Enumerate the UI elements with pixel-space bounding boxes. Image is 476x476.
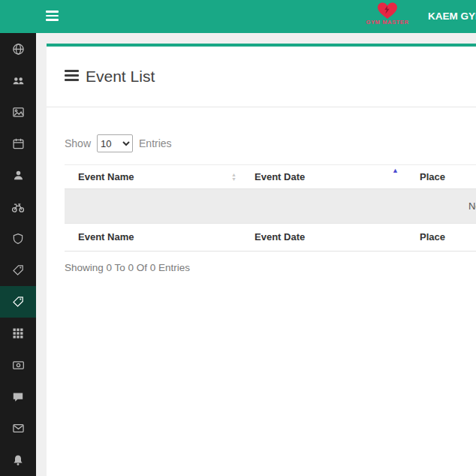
sidebar: [0, 33, 36, 476]
image-frame-icon: [12, 106, 25, 119]
sidebar-item-calendar[interactable]: [0, 128, 36, 159]
page-size-select[interactable]: 10: [97, 134, 133, 152]
heart-logo-icon: [365, 2, 410, 20]
sidebar-item-gallery[interactable]: [0, 96, 36, 128]
sidebar-toggle-button[interactable]: [46, 11, 59, 23]
globe-icon: [12, 43, 25, 56]
sidebar-item-plans[interactable]: [0, 255, 36, 286]
sort-ascending-icon: ▲: [392, 167, 399, 174]
header-divider: [47, 107, 476, 107]
entries-summary: Showing 0 To 0 Of 0 Entries: [65, 262, 476, 273]
events-table: Event Name ▲▼ Event Date ▲ Place ▲▼ No D…: [65, 164, 476, 252]
hamburger-icon: [46, 11, 59, 21]
column-header-place[interactable]: Place ▲▼: [406, 165, 476, 189]
user-icon: [12, 169, 25, 182]
sidebar-item-members[interactable]: [0, 65, 36, 96]
empty-table-row: No Data Available In Table: [65, 189, 476, 224]
sidebar-item-payments[interactable]: [0, 349, 36, 381]
empty-message: No Data Available In Table: [65, 189, 476, 224]
money-card-icon: [12, 359, 25, 372]
sidebar-item-equipment[interactable]: [0, 191, 36, 223]
footer-event-date: Event Date: [241, 224, 406, 252]
motorbike-icon: [11, 200, 25, 214]
tag-icon: [12, 296, 24, 308]
calendar-icon: [12, 137, 25, 150]
envelope-icon: [12, 422, 25, 435]
entries-label: Entries: [139, 137, 172, 149]
table-footer-row: Event Name Event Date Place: [65, 224, 476, 252]
page-title: Event List: [86, 68, 155, 86]
column-header-event-date[interactable]: Event Date ▲: [241, 165, 406, 189]
sidebar-item-profile[interactable]: [0, 160, 36, 191]
bell-icon: [12, 454, 24, 466]
sidebar-item-notifications[interactable]: [0, 444, 36, 476]
logo-text: GYM MASTER: [365, 19, 410, 26]
footer-place: Place: [406, 224, 476, 252]
column-header-event-name[interactable]: Event Name ▲▼: [65, 165, 241, 189]
table-header-row: Event Name ▲▼ Event Date ▲ Place ▲▼: [65, 165, 476, 189]
card-header: Event List: [65, 66, 476, 87]
shield-icon: [12, 233, 24, 245]
sidebar-item-messages[interactable]: [0, 413, 36, 444]
footer-event-name: Event Name: [65, 224, 241, 252]
sidebar-item-security[interactable]: [0, 223, 36, 255]
app-logo[interactable]: GYM MASTER: [365, 2, 410, 26]
show-label: Show: [65, 137, 91, 149]
users-group-icon: [12, 74, 25, 87]
main-content: Event List Show 10 Entries Event Name ▲▼…: [36, 33, 476, 476]
sidebar-item-chat[interactable]: [0, 381, 36, 413]
grid-icon: [12, 327, 24, 339]
sort-unsorted-icon: ▲▼: [231, 172, 236, 182]
list-menu-icon: [65, 70, 79, 84]
chat-bubble-icon: [12, 391, 24, 403]
gym-name: KAEM GYM: [428, 0, 476, 33]
sidebar-item-events[interactable]: [0, 286, 36, 318]
sidebar-item-modules[interactable]: [0, 318, 36, 349]
sidebar-item-dashboard[interactable]: [0, 33, 36, 65]
tag-icon: [12, 264, 24, 276]
page-length-control: Show 10 Entries: [65, 134, 476, 152]
event-list-card: Event List Show 10 Entries Event Name ▲▼…: [47, 44, 476, 476]
topbar: GYM MASTER KAEM GYM: [0, 0, 476, 33]
